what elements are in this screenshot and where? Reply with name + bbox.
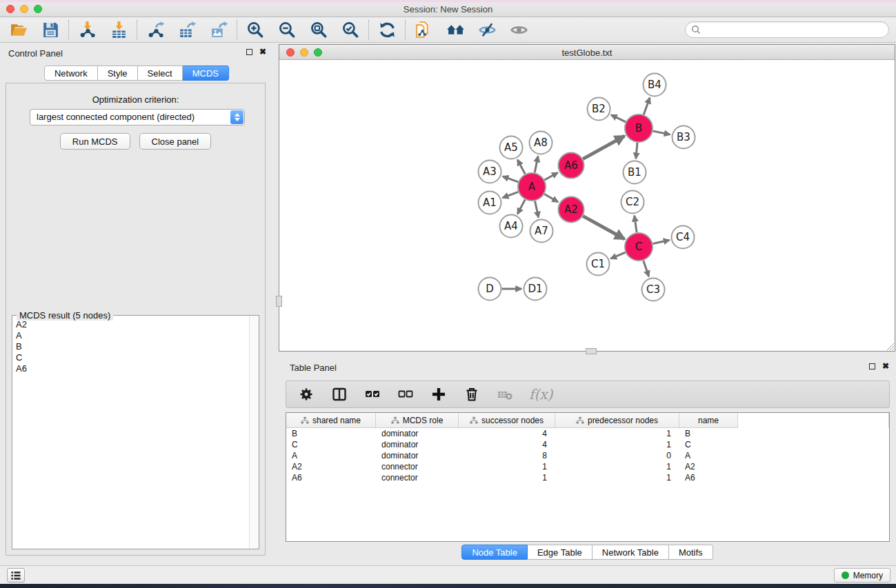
function-builder-icon[interactable]: f(x) — [529, 385, 552, 403]
graph-node-A5[interactable]: A5 — [500, 136, 523, 159]
task-history-button[interactable] — [7, 568, 25, 582]
result-item[interactable]: B — [16, 341, 246, 352]
select-all-icon[interactable] — [364, 385, 381, 403]
graph-edge-C-C3[interactable] — [644, 261, 649, 276]
graph-node-C4[interactable]: C4 — [672, 226, 695, 249]
column-header-MCDS-role[interactable]: MCDS role — [376, 413, 459, 428]
window-edge-grip-bottom[interactable] — [586, 348, 597, 354]
table-row[interactable]: A6connector11A6 — [286, 472, 889, 483]
delete-column-icon[interactable] — [463, 385, 481, 403]
graph-node-B1[interactable]: B1 — [624, 161, 646, 184]
graph-node-D[interactable]: D — [479, 278, 501, 301]
zoom-in-icon[interactable] — [245, 19, 266, 40]
criterion-dropdown[interactable]: largest connected component (directed) — [30, 109, 245, 125]
graph-edge-A-A1[interactable] — [503, 192, 519, 198]
graph-node-B3[interactable]: B3 — [673, 126, 695, 149]
tab-node-table[interactable]: Node Table — [461, 545, 528, 560]
graph-node-A2[interactable]: A2 — [559, 197, 584, 223]
graph-edge-A6-B[interactable] — [583, 136, 624, 159]
network-window-titlebar[interactable]: testGlobe.txt — [279, 45, 895, 60]
run-mcds-button[interactable]: Run MCDS — [60, 133, 130, 150]
refresh-icon[interactable] — [377, 19, 397, 40]
column-header-name[interactable]: name — [679, 413, 738, 428]
table-row[interactable]: Adominator80A — [286, 450, 889, 461]
column-header-successor-nodes[interactable]: successor nodes — [459, 413, 555, 428]
mcds-result-list[interactable]: A2ABCA6 — [13, 318, 248, 548]
table-float-panel-icon[interactable] — [869, 363, 875, 369]
close-panel-button[interactable]: Close panel — [139, 133, 212, 150]
memory-button[interactable]: Memory — [834, 568, 890, 582]
zoom-out-icon[interactable] — [277, 19, 297, 40]
result-scrollbar[interactable] — [249, 316, 259, 549]
delete-table-icon[interactable] — [496, 385, 514, 403]
result-item[interactable]: A6 — [16, 363, 246, 374]
graph-node-A6[interactable]: A6 — [559, 153, 584, 179]
graph-edge-A-A7[interactable] — [535, 201, 539, 218]
export-image-icon[interactable] — [208, 19, 229, 40]
zoom-fit-icon[interactable] — [308, 19, 329, 40]
graph-node-A4[interactable]: A4 — [500, 215, 523, 238]
network-from-document-icon[interactable] — [413, 19, 434, 40]
tab-network-table[interactable]: Network Table — [593, 545, 669, 560]
import-table-icon[interactable] — [108, 19, 129, 40]
search-input[interactable] — [685, 21, 889, 38]
table-close-panel-icon[interactable]: ✖ — [882, 363, 889, 369]
graph-edge-C-C4[interactable] — [653, 240, 670, 243]
deselect-all-icon[interactable] — [397, 385, 415, 403]
zoom-selected-icon[interactable] — [340, 19, 361, 40]
result-item[interactable]: A — [16, 330, 246, 341]
graph-edge-B-B4[interactable] — [644, 98, 650, 115]
column-visibility-icon[interactable] — [330, 385, 348, 403]
graph-edge-A-A6[interactable] — [544, 173, 557, 181]
table-row[interactable]: Cdominator41C — [286, 439, 889, 450]
graph-edge-B-B2[interactable] — [611, 115, 626, 122]
graph-node-C3[interactable]: C3 — [642, 278, 665, 301]
column-header-predecessor-nodes[interactable]: predecessor nodes — [555, 413, 679, 428]
hide-panel-icon[interactable] — [477, 19, 497, 40]
result-item[interactable]: C — [16, 352, 246, 363]
graph-node-A3[interactable]: A3 — [479, 161, 501, 183]
tab-edge-table[interactable]: Edge Table — [528, 545, 593, 560]
graph-edge-A-A5[interactable] — [517, 160, 525, 174]
graph-edge-A-A2[interactable] — [544, 194, 558, 203]
graph-node-A[interactable]: A — [518, 173, 546, 201]
result-item[interactable]: A2 — [16, 319, 246, 330]
graph-node-C1[interactable]: C1 — [587, 253, 610, 276]
tab-network[interactable]: Network — [44, 65, 98, 81]
tab-select[interactable]: Select — [138, 65, 183, 81]
graph-edge-A-A4[interactable] — [517, 200, 525, 214]
tab-motifs[interactable]: Motifs — [669, 545, 713, 560]
export-table-icon[interactable] — [177, 19, 197, 40]
graph-edge-B-B3[interactable] — [653, 131, 670, 134]
save-session-icon[interactable] — [40, 19, 61, 40]
tab-style[interactable]: Style — [98, 65, 138, 81]
window-edge-grip-left[interactable] — [276, 296, 282, 307]
graph-node-A8[interactable]: A8 — [530, 132, 552, 154]
network-canvas[interactable]: B4B2BB3A8A5A6B1A3AC2A1A2A4A7C4CC1C3DD1 — [279, 61, 895, 351]
graph-node-A7[interactable]: A7 — [530, 220, 553, 243]
graph-node-C2[interactable]: C2 — [621, 191, 644, 214]
home-icon[interactable] — [445, 19, 466, 40]
graph-node-C[interactable]: C — [625, 233, 653, 261]
table-row[interactable]: Bdominator41B — [286, 428, 889, 439]
open-session-icon[interactable] — [8, 19, 29, 40]
window-resize-grip[interactable] — [884, 340, 895, 351]
graph-node-A1[interactable]: A1 — [479, 192, 501, 214]
tab-mcds[interactable]: MCDS — [183, 65, 229, 81]
graph-node-B2[interactable]: B2 — [588, 98, 610, 121]
add-column-icon[interactable] — [430, 385, 448, 403]
export-network-icon[interactable] — [145, 19, 166, 40]
graph-edge-C-C2[interactable] — [635, 216, 637, 232]
network-graph[interactable]: B4B2BB3A8A5A6B1A3AC2A1A2A4A7C4CC1C3DD1 — [279, 61, 895, 351]
column-header-shared-name[interactable]: shared name — [286, 413, 376, 428]
table-row[interactable]: A2connector11A2 — [286, 461, 889, 472]
graph-edge-C-C1[interactable] — [610, 252, 625, 258]
float-panel-icon[interactable] — [246, 49, 252, 55]
graph-edge-A2-C[interactable] — [583, 216, 624, 239]
close-panel-icon[interactable]: ✖ — [259, 48, 266, 55]
show-panel-icon[interactable] — [508, 19, 529, 40]
graph-edge-A-A8[interactable] — [535, 156, 538, 173]
graph-node-D1[interactable]: D1 — [524, 278, 547, 301]
graph-edge-B-B1[interactable] — [636, 143, 637, 159]
graph-node-B[interactable]: B — [625, 114, 653, 142]
